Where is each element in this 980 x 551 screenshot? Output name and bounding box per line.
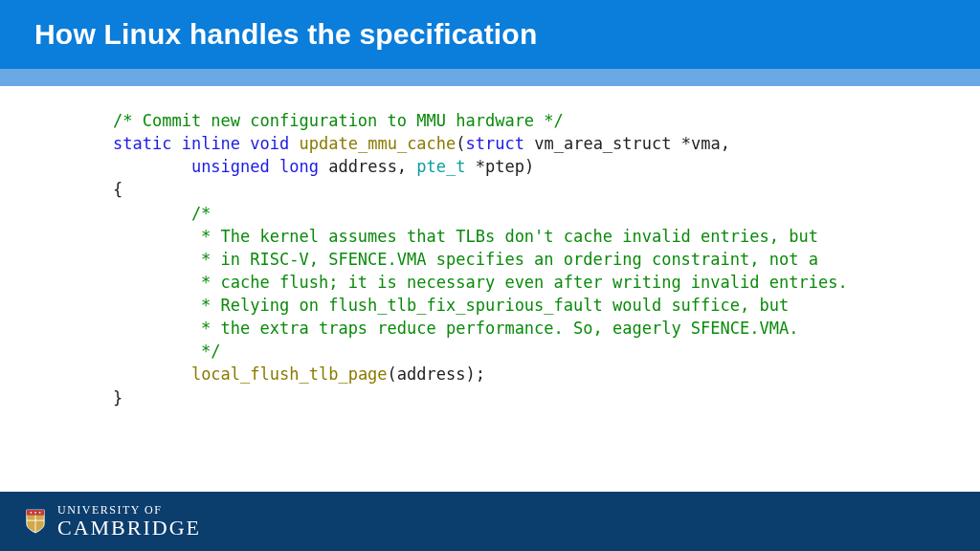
university-line1: UNIVERSITY OF [57, 504, 201, 516]
code-function: local_flush_tlb_page [191, 364, 388, 384]
code-indent [113, 364, 191, 384]
university-line2: CAMBRIDGE [57, 518, 201, 539]
code-token: vm_area_struct *vma, [524, 134, 730, 153]
code-comment: * in RISC-V, SFENCE.VMA specifies an ord… [113, 250, 818, 269]
code-token: (address); [388, 364, 485, 384]
footer: UNIVERSITY OF CAMBRIDGE [0, 492, 980, 551]
slide: How Linux handles the specification /* C… [0, 0, 980, 551]
code-comment: * The kernel assumes that TLBs don't cac… [113, 227, 818, 246]
code-block: /* Commit new configuration to MMU hardw… [113, 109, 848, 409]
code-function: update_mmu_cache [300, 134, 457, 153]
slide-title: How Linux handles the specification [34, 18, 537, 51]
code-keyword: unsigned [191, 157, 270, 176]
code-keyword: struct [466, 134, 524, 153]
code-type: pte_t [416, 157, 465, 176]
code-comment: * cache flush; it is necessary even afte… [113, 273, 848, 292]
code-keyword: void [250, 134, 289, 153]
code-brace: } [113, 388, 122, 408]
code-comment: * the extra traps reduce performance. So… [113, 319, 798, 338]
svg-point-1 [31, 512, 33, 514]
code-brace: { [113, 180, 122, 199]
code-keyword: inline [182, 134, 240, 153]
accent-stripe [0, 69, 980, 86]
code-keyword: static [113, 134, 171, 153]
svg-point-2 [34, 512, 36, 514]
svg-point-3 [39, 512, 41, 514]
code-comment: */ [113, 342, 221, 361]
code-indent [113, 157, 191, 176]
code-token: address, [319, 157, 416, 176]
code-token: ( [456, 134, 465, 153]
code-keyword: long [279, 157, 319, 176]
code-comment: * Relying on flush_tlb_fix_spurious_faul… [113, 296, 789, 315]
slide-body: /* Commit new configuration to MMU hardw… [0, 86, 980, 551]
university-shield-icon [25, 508, 46, 535]
code-comment: /* Commit new configuration to MMU hardw… [113, 111, 564, 130]
university-name: UNIVERSITY OF CAMBRIDGE [57, 504, 201, 539]
title-bar: How Linux handles the specification [0, 0, 980, 69]
code-comment: /* [113, 204, 211, 223]
code-token: *ptep) [466, 157, 535, 176]
